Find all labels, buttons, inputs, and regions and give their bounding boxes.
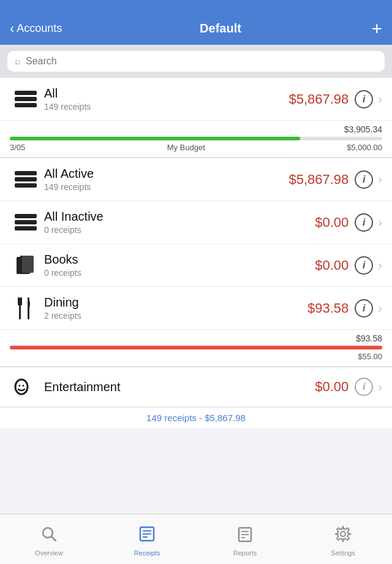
stack-bar-3 [15,103,37,107]
all-budget-bar-track [10,137,382,140]
list-row-all-inactive[interactable]: All Inactive 0 receipts $0.00 i › [0,201,392,244]
svg-rect-3 [19,297,21,319]
search-container: ⌕ [0,45,392,78]
stack-bar-a2 [15,177,37,181]
dining-title: Dining [44,295,307,310]
dining-budget-section: $93.58 $55.00 [0,330,392,367]
books-icon [10,253,42,278]
all-amount: $5,867.98 [288,91,349,107]
stack-bar-i3 [15,226,37,231]
entertainment-chevron-icon: › [378,380,382,394]
svg-rect-6 [18,303,22,305]
all-active-content: All Active 149 receipts [42,167,288,192]
dining-budget-labels: $55.00 [10,352,382,361]
all-active-amount: $5,867.98 [288,172,349,188]
add-button[interactable]: + [358,20,382,38]
all-inactive-subtitle: 0 receipts [44,225,315,235]
svg-point-10 [23,385,24,387]
search-bar: ⌕ [7,51,385,72]
reports-icon [236,525,254,547]
books-content: Books 0 receipts [42,253,315,278]
stack-icon [15,91,37,107]
stack-bar-i2 [15,220,37,224]
dining-chevron-icon: › [378,301,382,315]
tab-bar: Overview Receipts Reports [0,514,392,564]
overview-icon [40,525,58,547]
all-budget-labels: 3/05 My Budget $5,000.00 [10,143,382,152]
all-chevron-icon: › [378,92,382,106]
list-row-books[interactable]: Books 0 receipts $0.00 i › [0,244,392,287]
tab-reports-label: Reports [233,549,257,557]
stack-bar-2 [15,97,37,101]
all-active-info-button[interactable]: i [355,170,373,189]
scroll-content: All 149 receipts $5,867.98 i › $3,905.34… [0,78,392,547]
header: ‹ Accounts Default + [0,0,392,45]
tab-settings-label: Settings [331,549,355,557]
books-chevron-icon: › [378,258,382,272]
all-active-icon [10,171,42,188]
stack-icon-active [15,171,37,188]
all-content: All 149 receipts [42,86,288,112]
entertainment-icon [10,375,42,399]
dining-amount: $93.58 [307,300,349,316]
list-row-all[interactable]: All 149 receipts $5,867.98 i › [0,78,392,121]
page-title: Default [83,21,358,36]
books-svg-icon [14,253,37,278]
stack-bar-a3 [15,183,37,188]
entertainment-title: Entertainment [44,380,315,394]
stack-bar-i1 [15,214,37,218]
dining-subtitle: 2 receipts [44,311,307,321]
all-section: All 149 receipts $5,867.98 i › $3,905.34… [0,78,392,158]
svg-line-12 [51,536,56,541]
tab-receipts[interactable]: Receipts [98,522,196,557]
list-row-all-active[interactable]: All Active 149 receipts $5,867.98 i › [0,158,392,201]
all-budget-total: $5,000.00 [347,143,382,152]
stack-bar-a1 [15,171,37,175]
svg-point-21 [341,532,345,536]
all-icon [10,91,42,107]
summary-text: 149 receipts - $5,867.98 [146,413,246,423]
stack-bar-1 [15,91,37,95]
dining-budget-spent: $93.58 [10,333,382,343]
entertainment-amount: $0.00 [315,379,349,395]
dining-svg-icon [14,295,37,322]
back-button[interactable]: ‹ Accounts [10,21,83,37]
books-info-button[interactable]: i [355,256,373,275]
all-info-button[interactable]: i [355,90,373,109]
svg-point-9 [19,385,21,387]
tab-overview-label: Overview [35,549,63,557]
dining-info-button[interactable]: i [355,299,373,318]
settings-icon [334,525,352,547]
all-inactive-icon [10,214,42,231]
svg-rect-2 [20,256,22,273]
all-inactive-chevron-icon: › [378,215,382,229]
entertainment-info-button[interactable]: i [355,378,373,396]
all-budget-spent: $3,905.34 [10,124,382,134]
tab-reports[interactable]: Reports [196,522,294,557]
tab-overview[interactable]: Overview [0,522,98,557]
all-inactive-content: All Inactive 0 receipts [42,210,315,235]
list-row-dining[interactable]: Dining 2 receipts $93.58 i › [0,287,392,330]
svg-rect-1 [20,256,34,273]
all-title: All [44,86,288,101]
dining-section: Dining 2 receipts $93.58 i › $93.58 $55.… [0,287,392,367]
search-input[interactable] [26,56,377,67]
dining-budget-bar-fill [10,346,382,349]
all-inactive-amount: $0.00 [315,215,349,231]
back-label: Accounts [17,22,62,35]
svg-point-8 [15,379,28,394]
list-row-entertainment[interactable]: Entertainment $0.00 i › [0,367,392,407]
books-subtitle: 0 receipts [44,268,315,278]
all-active-chevron-icon: › [378,172,382,186]
books-amount: $0.00 [315,257,349,273]
all-budget-date: 3/05 [10,143,25,152]
all-budget-section: $3,905.34 3/05 My Budget $5,000.00 [0,121,392,158]
all-inactive-info-button[interactable]: i [355,213,373,232]
books-title: Books [44,253,315,267]
entertainment-svg-icon [14,375,37,399]
all-budget-label: My Budget [167,143,205,152]
all-active-subtitle: 149 receipts [44,182,288,192]
dining-icon [10,295,42,322]
tab-settings[interactable]: Settings [294,522,392,557]
entertainment-content: Entertainment [42,380,315,394]
